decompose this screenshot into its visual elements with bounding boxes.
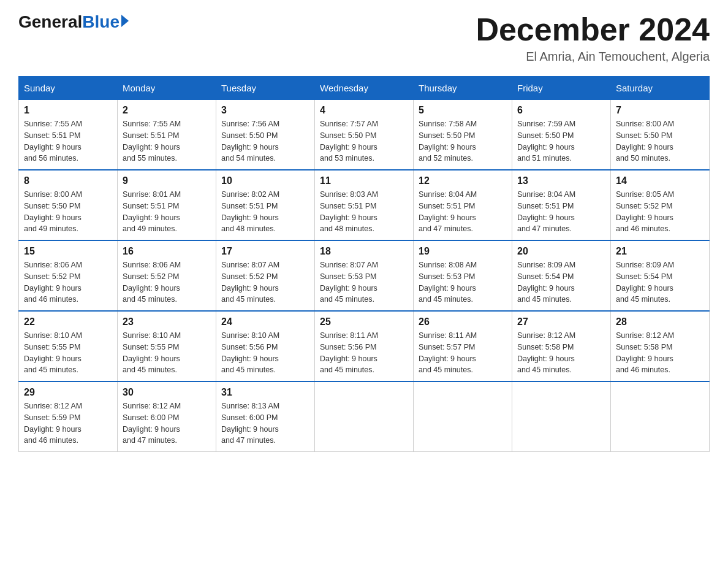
calendar-day-cell: 20Sunrise: 8:09 AMSunset: 5:54 PMDayligh… bbox=[512, 240, 611, 311]
calendar-week-row: 1Sunrise: 7:55 AMSunset: 5:51 PMDaylight… bbox=[19, 100, 710, 170]
calendar-header-row: SundayMondayTuesdayWednesdayThursdayFrid… bbox=[19, 77, 710, 100]
calendar-day-cell: 6Sunrise: 7:59 AMSunset: 5:50 PMDaylight… bbox=[512, 100, 611, 170]
calendar-day-cell: 9Sunrise: 8:01 AMSunset: 5:51 PMDaylight… bbox=[118, 170, 216, 240]
calendar-day-cell: 26Sunrise: 8:11 AMSunset: 5:57 PMDayligh… bbox=[414, 311, 512, 381]
calendar-header-thursday: Thursday bbox=[414, 77, 512, 100]
day-info: Sunrise: 8:13 AMSunset: 6:00 PMDaylight:… bbox=[221, 400, 309, 446]
day-number: 28 bbox=[616, 316, 704, 327]
day-number: 6 bbox=[517, 105, 605, 116]
logo-general: General bbox=[18, 12, 82, 32]
day-info: Sunrise: 8:02 AMSunset: 5:51 PMDaylight:… bbox=[221, 189, 309, 235]
calendar-day-cell: 11Sunrise: 8:03 AMSunset: 5:51 PMDayligh… bbox=[315, 170, 414, 240]
calendar-week-row: 22Sunrise: 8:10 AMSunset: 5:55 PMDayligh… bbox=[19, 311, 710, 381]
calendar-day-cell: 24Sunrise: 8:10 AMSunset: 5:56 PMDayligh… bbox=[216, 311, 315, 381]
day-number: 13 bbox=[517, 175, 605, 186]
calendar-day-cell: 25Sunrise: 8:11 AMSunset: 5:56 PMDayligh… bbox=[315, 311, 414, 381]
day-number: 3 bbox=[221, 105, 309, 116]
day-number: 27 bbox=[517, 316, 605, 327]
day-info: Sunrise: 8:05 AMSunset: 5:52 PMDaylight:… bbox=[616, 189, 704, 235]
day-number: 23 bbox=[123, 316, 211, 327]
calendar-day-cell: 19Sunrise: 8:08 AMSunset: 5:53 PMDayligh… bbox=[414, 240, 512, 311]
day-number: 18 bbox=[320, 246, 408, 257]
location: El Amria, Ain Temouchent, Algeria bbox=[476, 50, 710, 64]
day-info: Sunrise: 7:55 AMSunset: 5:51 PMDaylight:… bbox=[24, 118, 112, 164]
day-number: 20 bbox=[517, 246, 605, 257]
calendar-day-cell: 29Sunrise: 8:12 AMSunset: 5:59 PMDayligh… bbox=[19, 381, 118, 452]
day-number: 19 bbox=[419, 246, 507, 257]
day-number: 24 bbox=[221, 316, 309, 327]
calendar-day-cell: 15Sunrise: 8:06 AMSunset: 5:52 PMDayligh… bbox=[19, 240, 118, 311]
day-info: Sunrise: 8:10 AMSunset: 5:55 PMDaylight:… bbox=[123, 330, 211, 376]
calendar-day-cell: 12Sunrise: 8:04 AMSunset: 5:51 PMDayligh… bbox=[414, 170, 512, 240]
day-number: 2 bbox=[123, 105, 211, 116]
day-number: 26 bbox=[419, 316, 507, 327]
calendar-day-cell: 3Sunrise: 7:56 AMSunset: 5:50 PMDaylight… bbox=[216, 100, 315, 170]
day-number: 11 bbox=[320, 175, 408, 186]
calendar-header-tuesday: Tuesday bbox=[216, 77, 315, 100]
day-number: 7 bbox=[616, 105, 704, 116]
day-number: 1 bbox=[24, 105, 112, 116]
logo-arrow-icon bbox=[121, 15, 129, 27]
calendar-day-cell: 8Sunrise: 8:00 AMSunset: 5:50 PMDaylight… bbox=[19, 170, 118, 240]
day-number: 16 bbox=[123, 246, 211, 257]
day-info: Sunrise: 8:11 AMSunset: 5:57 PMDaylight:… bbox=[419, 330, 507, 376]
day-info: Sunrise: 8:08 AMSunset: 5:53 PMDaylight:… bbox=[419, 259, 507, 305]
day-number: 9 bbox=[123, 175, 211, 186]
day-number: 10 bbox=[221, 175, 309, 186]
day-number: 15 bbox=[24, 246, 112, 257]
calendar-day-cell: 4Sunrise: 7:57 AMSunset: 5:50 PMDaylight… bbox=[315, 100, 414, 170]
calendar-day-cell: 30Sunrise: 8:12 AMSunset: 6:00 PMDayligh… bbox=[118, 381, 216, 452]
calendar-day-cell: 1Sunrise: 7:55 AMSunset: 5:51 PMDaylight… bbox=[19, 100, 118, 170]
calendar-day-cell: 27Sunrise: 8:12 AMSunset: 5:58 PMDayligh… bbox=[512, 311, 611, 381]
day-info: Sunrise: 7:56 AMSunset: 5:50 PMDaylight:… bbox=[221, 118, 309, 164]
day-info: Sunrise: 8:06 AMSunset: 5:52 PMDaylight:… bbox=[24, 259, 112, 305]
calendar-day-cell bbox=[512, 381, 611, 452]
calendar-day-cell: 28Sunrise: 8:12 AMSunset: 5:58 PMDayligh… bbox=[611, 311, 710, 381]
day-info: Sunrise: 8:06 AMSunset: 5:52 PMDaylight:… bbox=[123, 259, 211, 305]
calendar-day-cell bbox=[315, 381, 414, 452]
day-number: 25 bbox=[320, 316, 408, 327]
day-info: Sunrise: 8:12 AMSunset: 5:58 PMDaylight:… bbox=[616, 330, 704, 376]
calendar-day-cell: 5Sunrise: 7:58 AMSunset: 5:50 PMDaylight… bbox=[414, 100, 512, 170]
day-number: 4 bbox=[320, 105, 408, 116]
day-number: 8 bbox=[24, 175, 112, 186]
calendar-header-wednesday: Wednesday bbox=[315, 77, 414, 100]
calendar-day-cell bbox=[611, 381, 710, 452]
day-info: Sunrise: 7:57 AMSunset: 5:50 PMDaylight:… bbox=[320, 118, 408, 164]
day-info: Sunrise: 8:01 AMSunset: 5:51 PMDaylight:… bbox=[123, 189, 211, 235]
calendar-day-cell: 21Sunrise: 8:09 AMSunset: 5:54 PMDayligh… bbox=[611, 240, 710, 311]
calendar-day-cell: 16Sunrise: 8:06 AMSunset: 5:52 PMDayligh… bbox=[118, 240, 216, 311]
day-info: Sunrise: 8:03 AMSunset: 5:51 PMDaylight:… bbox=[320, 189, 408, 235]
calendar-week-row: 15Sunrise: 8:06 AMSunset: 5:52 PMDayligh… bbox=[19, 240, 710, 311]
day-info: Sunrise: 8:07 AMSunset: 5:53 PMDaylight:… bbox=[320, 259, 408, 305]
calendar-table: SundayMondayTuesdayWednesdayThursdayFrid… bbox=[18, 76, 710, 452]
day-number: 12 bbox=[419, 175, 507, 186]
calendar-day-cell: 13Sunrise: 8:04 AMSunset: 5:51 PMDayligh… bbox=[512, 170, 611, 240]
logo-blue-container: Blue bbox=[82, 12, 129, 32]
calendar-day-cell: 31Sunrise: 8:13 AMSunset: 6:00 PMDayligh… bbox=[216, 381, 315, 452]
day-number: 30 bbox=[123, 387, 211, 398]
day-number: 17 bbox=[221, 246, 309, 257]
day-number: 22 bbox=[24, 316, 112, 327]
day-info: Sunrise: 8:10 AMSunset: 5:55 PMDaylight:… bbox=[24, 330, 112, 376]
day-number: 31 bbox=[221, 387, 309, 398]
calendar-day-cell: 7Sunrise: 8:00 AMSunset: 5:50 PMDaylight… bbox=[611, 100, 710, 170]
day-info: Sunrise: 8:00 AMSunset: 5:50 PMDaylight:… bbox=[24, 189, 112, 235]
calendar-week-row: 8Sunrise: 8:00 AMSunset: 5:50 PMDaylight… bbox=[19, 170, 710, 240]
logo-blue: Blue bbox=[82, 12, 119, 32]
day-info: Sunrise: 8:12 AMSunset: 5:58 PMDaylight:… bbox=[517, 330, 605, 376]
calendar-header-saturday: Saturday bbox=[611, 77, 710, 100]
day-info: Sunrise: 8:07 AMSunset: 5:52 PMDaylight:… bbox=[221, 259, 309, 305]
calendar-day-cell: 14Sunrise: 8:05 AMSunset: 5:52 PMDayligh… bbox=[611, 170, 710, 240]
calendar-day-cell: 10Sunrise: 8:02 AMSunset: 5:51 PMDayligh… bbox=[216, 170, 315, 240]
day-number: 5 bbox=[419, 105, 507, 116]
day-info: Sunrise: 8:04 AMSunset: 5:51 PMDaylight:… bbox=[419, 189, 507, 235]
calendar-week-row: 29Sunrise: 8:12 AMSunset: 5:59 PMDayligh… bbox=[19, 381, 710, 452]
calendar-day-cell: 18Sunrise: 8:07 AMSunset: 5:53 PMDayligh… bbox=[315, 240, 414, 311]
day-number: 14 bbox=[616, 175, 704, 186]
calendar-day-cell bbox=[414, 381, 512, 452]
calendar-day-cell: 23Sunrise: 8:10 AMSunset: 5:55 PMDayligh… bbox=[118, 311, 216, 381]
day-number: 29 bbox=[24, 387, 112, 398]
day-info: Sunrise: 8:09 AMSunset: 5:54 PMDaylight:… bbox=[517, 259, 605, 305]
calendar-day-cell: 22Sunrise: 8:10 AMSunset: 5:55 PMDayligh… bbox=[19, 311, 118, 381]
